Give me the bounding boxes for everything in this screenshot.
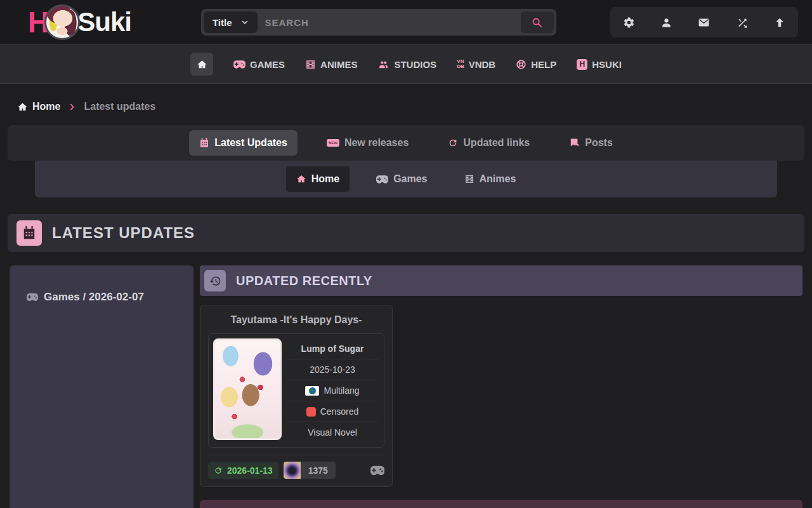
home-icon bbox=[197, 59, 207, 70]
main-panel: UPDATED RECENTLY Tayutama -It's Happy Da… bbox=[200, 265, 802, 508]
calendar-icon bbox=[16, 220, 42, 246]
header: H Suki Title bbox=[0, 0, 812, 44]
nav-item-hsuki[interactable]: H HSUKI bbox=[577, 59, 622, 70]
nav-item-label: ANIMES bbox=[320, 59, 357, 70]
next-section-bar bbox=[200, 500, 802, 508]
game-card-media: Lump of Sugar 2025-10-23 Multilang Censo… bbox=[208, 333, 384, 448]
studios-users-icon bbox=[377, 59, 390, 70]
breadcrumb-home-link[interactable]: Home bbox=[17, 101, 60, 112]
logo-suki: Suki bbox=[77, 7, 131, 37]
life-ring-icon bbox=[516, 59, 527, 70]
gamepad-icon[interactable] bbox=[370, 465, 384, 476]
home-icon bbox=[17, 102, 28, 112]
nav-item-label: HSUKI bbox=[592, 59, 622, 70]
comments-icon bbox=[569, 138, 580, 149]
game-title-link[interactable]: Tayutama -It's Happy Days- bbox=[208, 313, 384, 333]
game-info-column: Lump of Sugar 2025-10-23 Multilang Censo… bbox=[285, 338, 379, 443]
search-category-value: Title bbox=[213, 17, 232, 28]
nav-item-label: STUDIOS bbox=[394, 59, 436, 70]
random-shuffle-icon[interactable] bbox=[736, 17, 749, 29]
tab-updated-links[interactable]: Updated links bbox=[438, 130, 540, 156]
nav-item-studios[interactable]: STUDIOS bbox=[377, 59, 436, 70]
subtab-bar: Home Games Animes bbox=[35, 161, 777, 197]
calendar-icon bbox=[199, 138, 209, 148]
site-logo[interactable]: H Suki bbox=[28, 4, 131, 40]
nav-item-label: GAMES bbox=[250, 59, 285, 70]
breadcrumb-current: Latest updates bbox=[84, 101, 155, 112]
tab-posts[interactable]: Posts bbox=[559, 130, 623, 156]
nav-item-label: HELP bbox=[531, 59, 556, 70]
hsuki-badge-icon: H bbox=[577, 59, 587, 70]
refresh-icon bbox=[214, 466, 223, 475]
vndb-logo-icon: VN DB bbox=[457, 59, 464, 69]
new-badge-icon: NEW bbox=[327, 139, 339, 147]
search-input[interactable] bbox=[258, 11, 521, 33]
subtab-home[interactable]: Home bbox=[286, 166, 350, 192]
censorship-label: Censored bbox=[320, 406, 359, 417]
updated-recently-header: UPDATED RECENTLY bbox=[200, 265, 802, 296]
views-pill[interactable]: 1375 bbox=[284, 462, 336, 479]
main-nav: GAMES ANIMES STUDIOS VN DB VNDB H bbox=[0, 44, 812, 84]
censorship-row: Censored bbox=[285, 401, 379, 422]
game-type: Visual Novel bbox=[285, 422, 379, 443]
nav-item-animes[interactable]: ANIMES bbox=[305, 59, 357, 70]
subtab-games[interactable]: Games bbox=[366, 166, 437, 192]
content-area: Games / 2026-02-07 UPDATED RECENTLY Tayu… bbox=[0, 265, 812, 508]
page-title: LATEST UPDATES bbox=[52, 224, 195, 242]
gamepad-icon bbox=[233, 60, 246, 69]
settings-gear-icon[interactable] bbox=[623, 17, 635, 29]
section-header: LATEST UPDATES bbox=[8, 214, 804, 252]
sidebar: Games / 2026-02-07 bbox=[10, 265, 193, 508]
user-icon[interactable] bbox=[660, 17, 672, 29]
censored-icon bbox=[306, 407, 316, 417]
search-category-select[interactable]: Title bbox=[204, 11, 258, 33]
home-icon bbox=[296, 174, 306, 184]
chevron-down-icon bbox=[241, 18, 249, 26]
game-card-footer: 2026-01-13 1375 bbox=[208, 455, 384, 479]
search-button[interactable] bbox=[521, 11, 554, 33]
nav-item-games[interactable]: GAMES bbox=[233, 59, 285, 70]
film-icon bbox=[464, 174, 475, 184]
gamepad-icon bbox=[27, 293, 38, 302]
language-row: Multilang bbox=[285, 380, 379, 401]
breadcrumb: Home Latest updates bbox=[0, 84, 812, 117]
sidebar-group-games-date[interactable]: Games / 2026-02-07 bbox=[27, 291, 193, 304]
release-date: 2025-10-23 bbox=[285, 359, 379, 380]
nav-item-help[interactable]: HELP bbox=[516, 59, 556, 70]
messages-envelope-icon[interactable] bbox=[697, 17, 710, 29]
header-icon-group bbox=[610, 7, 798, 37]
game-card: Tayutama -It's Happy Days- Lump of Sugar… bbox=[200, 305, 393, 487]
refresh-icon bbox=[448, 138, 458, 148]
search-icon bbox=[532, 17, 542, 28]
nav-item-label: VNDB bbox=[469, 59, 496, 70]
language-label: Multilang bbox=[324, 385, 359, 396]
update-date: 2026-01-13 bbox=[227, 465, 273, 476]
views-count: 1375 bbox=[301, 465, 336, 476]
search-bar: Title bbox=[201, 9, 556, 36]
scroll-top-arrow-icon[interactable] bbox=[774, 17, 785, 29]
tab-strip: Latest Updates NEW New releases Updated … bbox=[8, 125, 804, 161]
panel-title: UPDATED RECENTLY bbox=[236, 274, 372, 288]
update-date-pill[interactable]: 2026-01-13 bbox=[208, 462, 278, 479]
film-icon bbox=[305, 59, 316, 70]
tab-new-releases[interactable]: NEW New releases bbox=[317, 130, 419, 156]
gamepad-icon bbox=[376, 175, 388, 184]
page: H Suki Title bbox=[0, 0, 812, 508]
nav-item-vndb[interactable]: VN DB VNDB bbox=[457, 59, 495, 70]
tab-latest-updates[interactable]: Latest Updates bbox=[189, 130, 298, 156]
subtab-animes[interactable]: Animes bbox=[454, 166, 527, 192]
game-cover-image[interactable] bbox=[213, 338, 282, 440]
history-icon bbox=[204, 270, 226, 291]
logo-avatar-image bbox=[44, 4, 80, 40]
multilang-flag-icon bbox=[305, 386, 319, 396]
nav-home-button[interactable] bbox=[190, 53, 213, 76]
studio-name[interactable]: Lump of Sugar bbox=[285, 338, 379, 359]
uploader-avatar bbox=[284, 462, 301, 479]
sidebar-group-label: Games / 2026-02-07 bbox=[44, 291, 144, 304]
chevron-right-icon bbox=[68, 103, 76, 111]
